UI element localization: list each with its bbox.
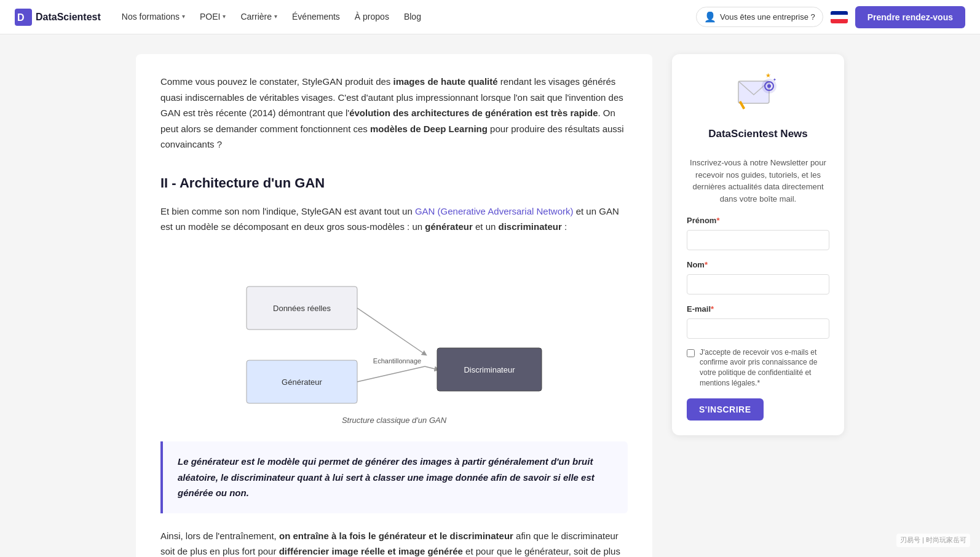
nav-carriere[interactable]: Carrière ▾ xyxy=(234,6,283,27)
gan-diagram-svg: Données réelles Générateur Echantillonna… xyxy=(234,250,554,409)
email-input[interactable] xyxy=(687,318,829,339)
newsletter-svg-icon: ★ ✦ xyxy=(733,69,783,118)
sidebar: ★ ✦ DataScientest News Inscrivez-vous à … xyxy=(672,54,844,557)
main-nav: Nos formations ▾ POEI ▾ Carrière ▾ Événe… xyxy=(116,6,691,27)
prenom-input[interactable] xyxy=(687,230,829,250)
intro-paragraph: Comme vous pouvez le constater, StyleGAN… xyxy=(160,74,628,152)
nav-formations[interactable]: Nos formations ▾ xyxy=(116,6,191,27)
newsletter-form: Prénom* Nom* E-mail* xyxy=(687,215,829,421)
checkbox-required: * xyxy=(757,379,760,387)
svg-text:Données réelles: Données réelles xyxy=(273,304,331,313)
chevron-down-icon: ▾ xyxy=(274,12,277,22)
flag-white xyxy=(831,15,848,19)
nav-evenements-label: Événements xyxy=(292,10,340,23)
nav-apropos[interactable]: À propos xyxy=(349,6,395,27)
body-paragraph: Ainsi, lors de l'entraînement, on entraî… xyxy=(160,528,628,557)
nom-required: * xyxy=(705,260,708,269)
nom-label: Nom* xyxy=(687,259,829,272)
enterprise-button[interactable]: 👤 Vous êtes une entreprise ? xyxy=(696,7,823,27)
enterprise-icon: 👤 xyxy=(704,11,716,23)
email-label: E-mail* xyxy=(687,303,829,316)
email-group: E-mail* xyxy=(687,303,829,339)
svg-line-6 xyxy=(357,308,425,354)
diagram-svg: Données réelles Générateur Echantillonna… xyxy=(234,250,554,409)
nav-poei-label: POEI xyxy=(200,10,220,23)
gan-diagram: Données réelles Générateur Echantillonna… xyxy=(160,250,628,427)
language-flag[interactable] xyxy=(831,11,848,23)
svg-text:Générateur: Générateur xyxy=(282,377,322,387)
nav-carriere-label: Carrière xyxy=(240,10,272,23)
svg-text:Echantillonnage: Echantillonnage xyxy=(373,357,421,365)
newsletter-card: ★ ✦ DataScientest News Inscrivez-vous à … xyxy=(672,54,844,435)
logo-text: DataScientest xyxy=(36,9,101,25)
watermark: 刃易号 | 时尚玩家岳可 xyxy=(896,534,970,547)
nav-poei[interactable]: POEI ▾ xyxy=(194,6,232,27)
section-intro: Et bien comme son nom l'indique, StyleGA… xyxy=(160,203,628,235)
subscribe-button[interactable]: S'INSCRIRE xyxy=(687,398,764,421)
navbar: D DataScientest Nos formations ▾ POEI ▾ … xyxy=(0,0,980,34)
diagram-caption: Structure classique d'un GAN xyxy=(342,414,446,427)
gan-link[interactable]: GAN (Generative Adversarial Network) xyxy=(415,206,574,216)
flag-blue xyxy=(831,11,848,15)
page-wrapper: Comme vous pouvez le constater, StyleGAN… xyxy=(121,34,859,557)
cta-button[interactable]: Prendre rendez-vous xyxy=(855,6,965,28)
logo-icon: D xyxy=(15,9,32,26)
nom-group: Nom* xyxy=(687,259,829,294)
svg-line-9 xyxy=(425,366,437,369)
checkbox-label: J'accepte de recevoir vos e-mails et con… xyxy=(700,347,829,389)
svg-text:Discriminateur: Discriminateur xyxy=(464,365,515,374)
checkbox-row: J'accepte de recevoir vos e-mails et con… xyxy=(687,347,829,389)
enterprise-label: Vous êtes une entreprise ? xyxy=(720,12,815,22)
nom-input[interactable] xyxy=(687,274,829,294)
svg-line-7 xyxy=(357,366,425,382)
svg-text:✦: ✦ xyxy=(773,77,776,82)
nav-evenements[interactable]: Événements xyxy=(286,6,346,27)
section-heading: II - Architecture d'un GAN xyxy=(160,172,628,194)
highlight-block: Le générateur est le modèle qui permet d… xyxy=(160,441,628,513)
newsletter-title: DataScientest News xyxy=(708,125,808,142)
email-required: * xyxy=(711,304,714,314)
svg-point-15 xyxy=(767,84,771,88)
nav-blog[interactable]: Blog xyxy=(398,6,427,27)
flag-red xyxy=(831,19,848,23)
consent-checkbox[interactable] xyxy=(687,349,695,357)
prenom-label: Prénom* xyxy=(687,215,829,227)
nav-apropos-label: À propos xyxy=(355,10,389,23)
highlight-text: Le générateur est le modèle qui permet d… xyxy=(178,454,613,501)
chevron-down-icon: ▾ xyxy=(182,12,185,22)
nav-formations-label: Nos formations xyxy=(122,10,180,23)
navbar-right: 👤 Vous êtes une entreprise ? Prendre ren… xyxy=(696,6,965,28)
logo-link[interactable]: D DataScientest xyxy=(15,9,101,26)
nav-blog-label: Blog xyxy=(404,10,421,23)
chevron-down-icon: ▾ xyxy=(223,12,226,22)
prenom-required: * xyxy=(716,216,719,225)
svg-text:★: ★ xyxy=(765,72,771,79)
newsletter-desc: Inscrivez-vous à notre Newsletter pour r… xyxy=(687,157,829,205)
main-content: Comme vous pouvez le constater, StyleGAN… xyxy=(136,54,652,557)
newsletter-header: ★ ✦ DataScientest News xyxy=(687,69,829,147)
svg-text:D: D xyxy=(17,12,25,23)
prenom-group: Prénom* xyxy=(687,215,829,250)
newsletter-icon: ★ ✦ xyxy=(733,69,783,118)
